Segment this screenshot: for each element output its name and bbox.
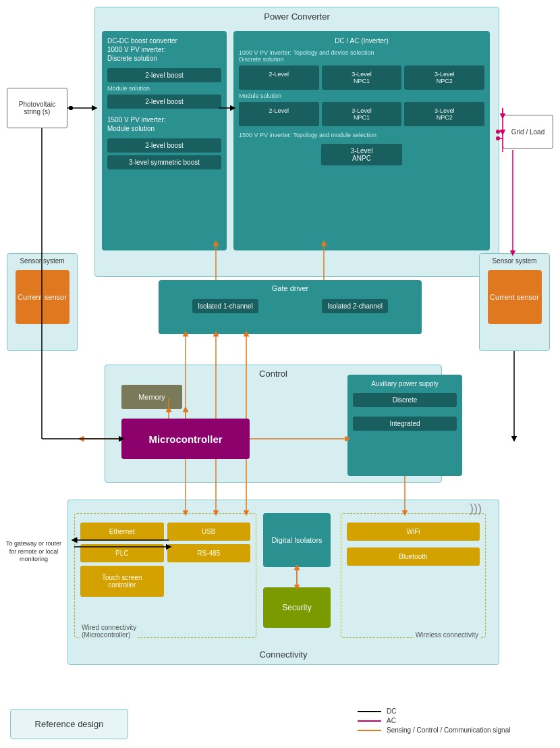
legend-signal-line xyxy=(358,730,381,731)
dcac-title: DC / AC (Inverter) xyxy=(239,36,484,45)
gate-driver-grid: Isolated 1-channel Isolated 2-channel xyxy=(163,296,418,316)
isolated-1ch-btn[interactable]: Isolated 1-channel xyxy=(192,299,258,313)
security-box[interactable]: Security xyxy=(263,587,331,628)
digital-isolators-box[interactable]: Digital Isolators xyxy=(263,513,331,567)
dcdc-btn-4[interactable]: 3-level symmetric boost xyxy=(107,155,221,169)
sensor-left-label: Sensor system xyxy=(7,254,77,267)
current-sensor-right-label: Current sensor xyxy=(490,293,539,301)
dcac-btn-2a[interactable]: 2-Level xyxy=(239,102,319,126)
ethernet-btn[interactable]: Ethernet xyxy=(80,523,164,541)
wireless-waves-icon: ))) xyxy=(470,502,482,516)
usb-btn[interactable]: USB xyxy=(167,523,251,541)
wireless-box: ))) WiFi Bluetooth Wireless connectivity xyxy=(341,513,486,638)
grid-load-label: Grid / Load xyxy=(511,128,544,136)
dcdc-1500-title: 1500 V PV inverter:Module solution xyxy=(107,115,221,133)
grid-load-box: Grid / Load xyxy=(503,115,553,149)
module-label-1: Module solution xyxy=(107,85,221,92)
dcac-btn-2b[interactable]: 3-LevelNPC1 xyxy=(322,102,402,126)
gate-driver-title: Gate driver xyxy=(163,284,418,292)
dcac-grid-2: 2-Level 3-LevelNPC1 3-LevelNPC2 xyxy=(239,102,484,126)
dcdc-btn-3[interactable]: 2-level boost xyxy=(107,138,221,153)
pv-box: Photovoltaicstring (s) xyxy=(7,88,67,128)
memory-label: Memory xyxy=(138,393,165,401)
sensor-system-left: Sensor system Current sensor xyxy=(7,253,78,351)
legend-box: DC AC Sensing / Control / Communication … xyxy=(358,707,553,736)
touchscreen-btn[interactable]: Touch screencontroller xyxy=(80,566,164,597)
dcdc-title: DC-DC boost converter1000 V PV inverter:… xyxy=(107,36,221,63)
aux-box: Auxiliary power supply Discrete Integrat… xyxy=(347,375,462,476)
security-label: Security xyxy=(282,603,311,612)
svg-point-1 xyxy=(69,106,73,110)
aux-title: Auxiliary power supply xyxy=(353,380,457,388)
dcac-box: DC / AC (Inverter) 1000 V PV inverter: T… xyxy=(233,31,490,250)
dcdc-btn-1[interactable]: 2-level boost xyxy=(107,68,221,82)
wired-grid: Ethernet USB PLC RS-485 Touch screencont… xyxy=(80,523,250,597)
dcac-btn-1b[interactable]: 3-LevelNPC1 xyxy=(322,65,402,90)
svg-point-2 xyxy=(69,106,73,110)
wifi-btn[interactable]: WiFi xyxy=(347,523,480,541)
aux-discrete-btn[interactable]: Discrete xyxy=(353,393,457,407)
wireless-grid: WiFi Bluetooth xyxy=(347,523,480,566)
legend-ac-line xyxy=(358,720,381,722)
dcac-btn-anpc[interactable]: 3-LevelANPC xyxy=(321,144,402,165)
dcac-btn-2c[interactable]: 3-LevelNPC2 xyxy=(404,102,484,126)
dcdc-btn-2[interactable]: 2-level boost xyxy=(107,95,221,109)
module-label-2: Module solution xyxy=(239,92,484,99)
memory-box[interactable]: Memory xyxy=(121,385,182,409)
rs485-btn[interactable]: RS-485 xyxy=(167,544,251,562)
isolated-2ch-btn[interactable]: Isolated 2-channel xyxy=(322,299,388,313)
sensor-right-label: Sensor system xyxy=(480,254,549,267)
digital-iso-label: Digital Isolators xyxy=(271,536,322,544)
dcac-subtitle2: 1500 V PV inverter: Topology and module … xyxy=(239,132,484,138)
legend-ac-label: AC xyxy=(387,717,396,724)
wired-label: Wired connectivity(Microcontroller) xyxy=(80,624,138,639)
dcac-subtitle1: 1000 V PV inverter: Topology and device … xyxy=(239,49,484,63)
legend-ac: AC xyxy=(358,717,553,724)
wired-box: Ethernet USB PLC RS-485 Touch screencont… xyxy=(74,513,256,638)
power-converter-container: Power Converter DC-DC boost converter100… xyxy=(94,7,499,277)
current-sensor-right: Current sensor xyxy=(488,270,542,324)
legend-dc-label: DC xyxy=(387,707,396,715)
legend-signal: Sensing / Control / Communication signal xyxy=(358,726,553,734)
aux-integrated-btn[interactable]: Integrated xyxy=(353,417,457,431)
dcac-btn-1a[interactable]: 2-Level xyxy=(239,65,319,90)
connectivity-title: Connectivity xyxy=(68,646,499,661)
current-sensor-left: Current sensor xyxy=(16,270,69,324)
legend-dc: DC xyxy=(358,707,553,715)
reference-design-label: Reference design xyxy=(35,719,104,729)
current-sensor-left-label: Current sensor xyxy=(18,293,67,301)
bluetooth-btn[interactable]: Bluetooth xyxy=(347,547,480,566)
dcac-btn-1c[interactable]: 3-LevelNPC2 xyxy=(404,65,484,90)
gateway-text: To gateway or router for remote or local… xyxy=(3,540,64,564)
mcu-label: Microcontroller xyxy=(148,433,222,445)
legend-dc-line xyxy=(358,711,381,712)
sensor-system-right: Sensor system Current sensor xyxy=(479,253,550,351)
reference-design-box: Reference design xyxy=(10,709,128,739)
pv-label: Photovoltaicstring (s) xyxy=(19,101,55,115)
gate-driver-box: Gate driver Isolated 1-channel Isolated … xyxy=(159,280,422,334)
power-converter-title: Power Converter xyxy=(95,7,499,24)
dcdc-box: DC-DC boost converter1000 V PV inverter:… xyxy=(102,31,227,250)
mcu-box[interactable]: Microcontroller xyxy=(121,419,250,459)
wireless-label: Wireless connectivity xyxy=(414,631,480,639)
legend-signal-label: Sensing / Control / Communication signal xyxy=(387,726,510,734)
dcac-grid-1: 2-Level 3-LevelNPC1 3-LevelNPC2 xyxy=(239,65,484,90)
plc-btn[interactable]: PLC xyxy=(80,544,164,562)
